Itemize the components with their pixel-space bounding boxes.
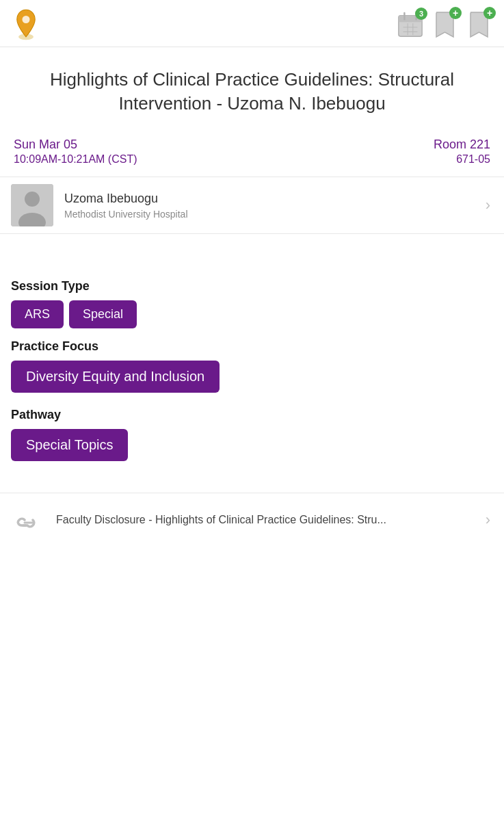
svg-point-1 xyxy=(23,16,30,23)
disclosure-text: Faculty Disclosure - Highlights of Clini… xyxy=(56,512,479,527)
pathway-section: Pathway Special Topics xyxy=(11,408,493,465)
session-type-label: Session Type xyxy=(11,279,493,294)
title-section: Highlights of Clinical Practice Guidelin… xyxy=(0,47,504,129)
header-right: 3 + + xyxy=(396,10,493,40)
add-bookmark-1-button[interactable]: + xyxy=(432,10,459,40)
speaker-avatar xyxy=(11,184,53,226)
session-code: 671-05 xyxy=(434,153,490,166)
session-type-tags: ARS Special xyxy=(11,300,493,328)
map-icon[interactable] xyxy=(11,10,41,40)
speaker-row[interactable]: Uzoma Ibebuogu Methodist University Hosp… xyxy=(0,177,504,234)
meta-left: Sun Mar 05 10:09AM-10:21AM (CST) xyxy=(14,138,137,166)
session-title: Highlights of Clinical Practice Guidelin… xyxy=(34,68,470,116)
add-to-calendar-button[interactable]: 3 xyxy=(396,10,425,39)
header-bar: 3 + + xyxy=(0,0,504,47)
session-room: Room 221 xyxy=(434,138,490,152)
practice-focus-label: Practice Focus xyxy=(11,339,493,354)
header-left xyxy=(11,10,41,40)
tag-ars[interactable]: ARS xyxy=(11,300,64,328)
svg-point-12 xyxy=(25,192,40,207)
meta-right: Room 221 671-05 xyxy=(434,138,490,166)
meta-row: Sun Mar 05 10:09AM-10:21AM (CST) Room 22… xyxy=(0,129,504,177)
disclosure-chevron-icon: › xyxy=(486,511,490,529)
session-type-section: Session Type ARS Special xyxy=(11,279,493,328)
session-time: 10:09AM-10:21AM (CST) xyxy=(14,153,137,166)
tag-diversity[interactable]: Diversity Equity and Inclusion xyxy=(11,361,220,393)
link-icon xyxy=(11,506,47,534)
tag-special[interactable]: Special xyxy=(69,300,137,328)
speaker-affiliation: Methodist University Hospital xyxy=(64,209,479,220)
speaker-chevron-icon: › xyxy=(486,196,490,214)
tag-special-topics[interactable]: Special Topics xyxy=(11,429,128,461)
spacer xyxy=(0,234,504,268)
add-bookmark-2-button[interactable]: + xyxy=(466,10,493,40)
svg-rect-4 xyxy=(399,19,422,22)
speaker-info: Uzoma Ibebuogu Methodist University Hosp… xyxy=(64,192,479,220)
calendar-badge: 3 xyxy=(415,8,427,20)
pathway-label: Pathway xyxy=(11,408,493,422)
info-section: Session Type ARS Special Practice Focus … xyxy=(0,279,504,465)
session-date: Sun Mar 05 xyxy=(14,138,137,152)
speaker-name: Uzoma Ibebuogu xyxy=(64,192,479,206)
practice-focus-section: Practice Focus Diversity Equity and Incl… xyxy=(11,339,493,397)
disclosure-row[interactable]: Faculty Disclosure - Highlights of Clini… xyxy=(0,493,504,547)
